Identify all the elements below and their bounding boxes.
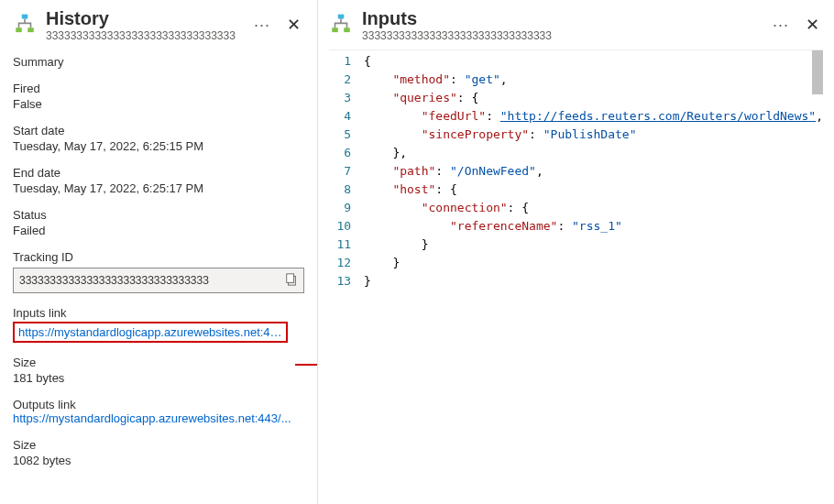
svg-rect-9: [344, 27, 350, 32]
editor-gutter: 123 456 789 101112 13: [329, 50, 360, 504]
status-value: Failed: [13, 224, 304, 237]
tracking-id-field[interactable]: 3333333333333333333333333333333: [13, 268, 304, 293]
svg-rect-4: [287, 273, 294, 282]
svg-rect-2: [27, 27, 34, 32]
svg-rect-8: [332, 27, 338, 32]
outputs-link[interactable]: https://mystandardlogicapp.azurewebsites…: [13, 411, 304, 425]
outputs-size-label: Size: [13, 438, 304, 452]
svg-rect-7: [338, 15, 345, 19]
tracking-id-label: Tracking ID: [13, 250, 304, 264]
start-date-value: Tuesday, May 17, 2022, 6:25:15 PM: [13, 139, 304, 153]
outputs-link-label: Outputs link: [13, 398, 304, 411]
inputs-header: Inputs 3333333333333333333333333333333 ·…: [329, 7, 823, 42]
editor-scrollbar[interactable]: [812, 50, 823, 94]
status-label: Status: [13, 208, 304, 222]
end-date-label: End date: [13, 166, 304, 180]
fired-label: Fired: [13, 82, 304, 95]
fired-value: False: [13, 97, 304, 111]
logic-app-icon: [329, 13, 353, 37]
inputs-link-label: Inputs link: [13, 306, 304, 320]
summary-label: Summary: [13, 55, 304, 69]
inputs-panel: Inputs 3333333333333333333333333333333 ·…: [318, 0, 834, 504]
inputs-subtitle: 3333333333333333333333333333333: [362, 29, 760, 42]
inputs-more-button[interactable]: ···: [769, 16, 793, 35]
inputs-link[interactable]: https://mystandardlogicapp.azurewebsites…: [13, 322, 288, 343]
history-title: History: [46, 7, 241, 29]
svg-rect-0: [22, 15, 28, 19]
tracking-id-value: 3333333333333333333333333333333: [19, 274, 280, 287]
inputs-size-value: 181 bytes: [13, 371, 304, 385]
json-editor[interactable]: 123 456 789 101112 13 { "method": "get",…: [329, 49, 823, 504]
inputs-title: Inputs: [362, 7, 760, 29]
inputs-size-label: Size: [13, 356, 304, 369]
history-subtitle: 3333333333333333333333333333333: [46, 29, 241, 42]
start-date-label: Start date: [13, 124, 304, 137]
history-header: History 3333333333333333333333333333333 …: [13, 7, 304, 42]
history-panel: History 3333333333333333333333333333333 …: [0, 0, 318, 504]
end-date-value: Tuesday, May 17, 2022, 6:25:17 PM: [13, 181, 304, 195]
copy-icon[interactable]: [280, 273, 298, 289]
history-more-button[interactable]: ···: [250, 16, 274, 35]
history-close-button[interactable]: ✕: [283, 16, 304, 33]
inputs-close-button[interactable]: ✕: [802, 16, 823, 33]
editor-code[interactable]: { "method": "get", "queries": { "feedUrl…: [360, 50, 823, 504]
svg-rect-1: [16, 27, 22, 32]
outputs-size-value: 1082 bytes: [13, 454, 304, 467]
logic-app-icon: [13, 13, 37, 37]
